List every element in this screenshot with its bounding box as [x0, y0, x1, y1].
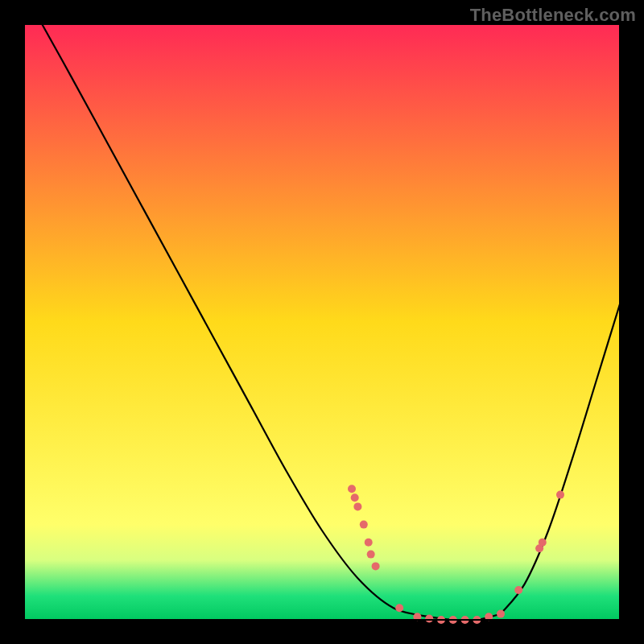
marker-dot: [372, 562, 380, 570]
chart-svg: [0, 0, 644, 644]
marker-dot: [353, 502, 361, 510]
marker-dot: [360, 521, 368, 529]
chart-stage: TheBottleneck.com: [0, 0, 644, 644]
marker-dot: [365, 539, 373, 547]
marker-dot: [395, 604, 403, 612]
marker-dot: [556, 491, 564, 499]
marker-dot: [539, 539, 547, 547]
marker-dot: [367, 551, 375, 559]
marker-dot: [425, 615, 433, 623]
marker-dot: [348, 485, 356, 493]
attribution-watermark: TheBottleneck.com: [470, 5, 636, 26]
marker-dot: [514, 586, 522, 594]
marker-dot: [497, 610, 505, 618]
marker-dot: [351, 493, 359, 502]
